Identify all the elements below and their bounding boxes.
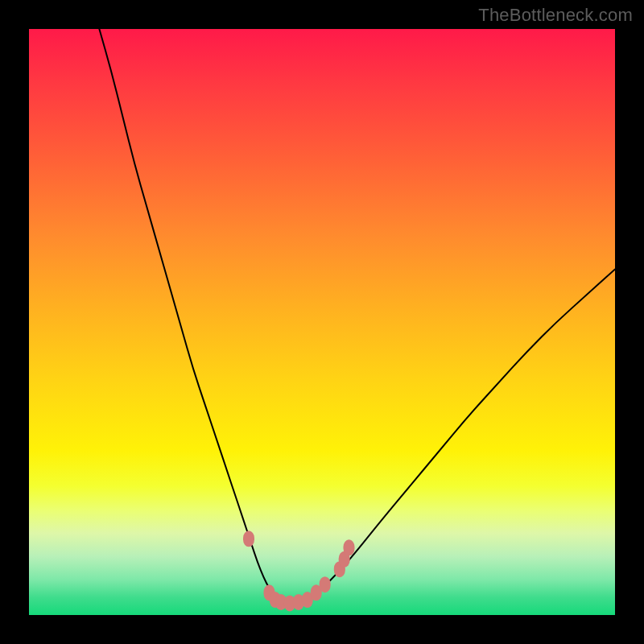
curve-marker xyxy=(243,530,254,547)
plot-area xyxy=(29,29,615,615)
curve-markers xyxy=(243,530,354,611)
curve-line xyxy=(99,29,615,603)
curve-marker xyxy=(343,539,354,555)
watermark-text: TheBottleneck.com xyxy=(478,5,633,26)
chart-container: TheBottleneck.com xyxy=(0,0,644,644)
bottleneck-curve xyxy=(29,29,615,615)
curve-marker xyxy=(320,576,331,592)
